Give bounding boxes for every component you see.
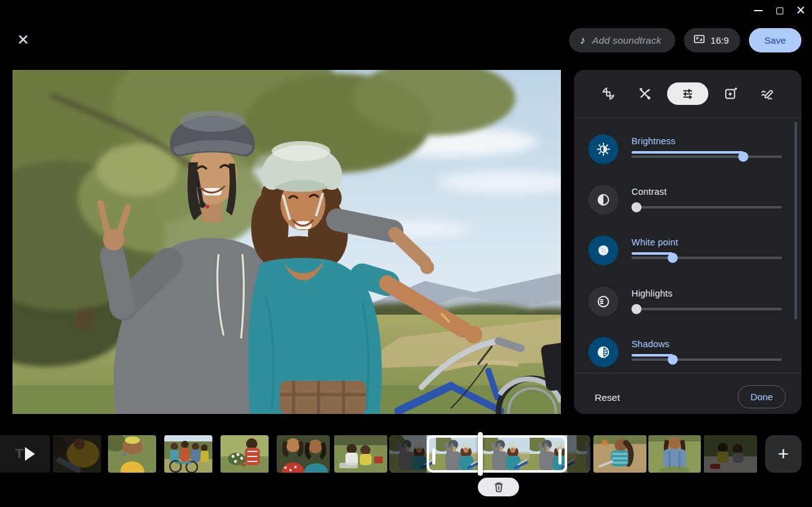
slider-row-white-point: White point xyxy=(574,235,801,280)
slider-thumb[interactable] xyxy=(631,202,641,212)
tab-crop-rotate[interactable] xyxy=(595,82,622,105)
white-point-slider[interactable] xyxy=(631,252,782,263)
trim-dim-right xyxy=(567,435,590,473)
maximize-button[interactable] xyxy=(775,6,785,16)
slider-row-highlights: Highlights xyxy=(574,287,801,332)
footer-divider xyxy=(574,373,801,373)
timeline-clip-1[interactable] xyxy=(53,435,101,473)
slider-thumb[interactable] xyxy=(738,152,748,162)
timeline-clip-10[interactable] xyxy=(704,435,757,473)
play-button[interactable]: T xyxy=(0,435,50,473)
action-bar: ♪ Add soundtrack 16:9 Save xyxy=(569,28,801,52)
panel-scrollbar[interactable] xyxy=(795,122,797,320)
slider-thumb[interactable] xyxy=(668,253,678,263)
markup-pen-icon xyxy=(760,86,775,101)
brightness-icon[interactable] xyxy=(588,134,618,164)
tab-markup[interactable] xyxy=(753,82,781,105)
play-ghost: T xyxy=(15,446,23,462)
slider-label: White point xyxy=(631,237,678,247)
timeline-clip-4[interactable] xyxy=(220,435,269,473)
playhead[interactable] xyxy=(478,432,483,476)
aspect-ratio-label: 16:9 xyxy=(711,35,729,46)
timeline-clip-6[interactable] xyxy=(334,435,387,473)
minimize-button[interactable] xyxy=(753,6,763,16)
music-note-icon: ♪ xyxy=(580,34,586,47)
plus-icon: + xyxy=(778,445,789,463)
reset-button[interactable]: Reset xyxy=(595,386,620,409)
add-clip-button[interactable]: + xyxy=(765,435,801,473)
slider-label: Highlights xyxy=(631,288,673,298)
highlights-icon[interactable] xyxy=(588,287,618,317)
tools-icon xyxy=(637,86,652,101)
tab-frames[interactable] xyxy=(717,82,745,105)
aspect-ratio-button[interactable]: 16:9 xyxy=(684,28,740,52)
slider-fill xyxy=(631,151,743,154)
tab-adjust[interactable] xyxy=(667,82,708,105)
add-soundtrack-button[interactable]: ♪ Add soundtrack xyxy=(569,28,675,52)
slider-track xyxy=(631,206,782,209)
slider-label: Contrast xyxy=(631,187,666,197)
adjust-sliders-icon xyxy=(680,86,695,101)
timeline-clip-selected[interactable] xyxy=(389,435,590,473)
done-button[interactable]: Done xyxy=(738,385,786,408)
tab-tools[interactable] xyxy=(631,82,658,105)
slider-thumb[interactable] xyxy=(668,355,678,365)
timeline-clip-5[interactable] xyxy=(277,435,330,473)
trash-icon xyxy=(493,481,504,493)
video-preview xyxy=(12,70,561,414)
trim-dim-left xyxy=(389,435,427,473)
window-controls: ✕ xyxy=(753,5,806,16)
preview-scene xyxy=(12,70,561,414)
shadows-icon[interactable] xyxy=(588,337,618,367)
delete-clip-button[interactable] xyxy=(478,478,519,496)
tabs-divider xyxy=(574,117,801,118)
slider-track xyxy=(631,257,782,259)
highlights-slider[interactable] xyxy=(631,303,782,315)
slider-fill xyxy=(631,252,673,255)
timeline: T xyxy=(0,435,812,473)
edit-tabs xyxy=(574,70,801,117)
slider-track xyxy=(631,155,782,158)
add-soundtrack-label: Add soundtrack xyxy=(592,35,661,46)
timeline-clip-9[interactable] xyxy=(648,435,701,473)
contrast-icon[interactable] xyxy=(588,185,618,215)
slider-row-brightness: Brightness xyxy=(574,134,801,179)
trim-handle-left[interactable] xyxy=(432,448,435,465)
slider-label: Brightness xyxy=(631,136,676,146)
add-frame-icon xyxy=(723,86,738,101)
timeline-clip-2[interactable] xyxy=(108,435,156,473)
brightness-slider[interactable] xyxy=(631,151,782,162)
edit-panel: Brightness Contrast xyxy=(574,70,801,414)
save-button[interactable]: Save xyxy=(749,28,801,52)
slider-row-shadows: Shadows xyxy=(574,337,801,382)
save-button-label: Save xyxy=(765,35,786,46)
trim-handle-right[interactable] xyxy=(558,448,562,465)
slider-track xyxy=(631,308,782,310)
aspect-ratio-icon xyxy=(693,33,705,47)
close-editor-icon[interactable]: ✕ xyxy=(15,32,31,48)
timeline-clip-8[interactable] xyxy=(593,435,646,473)
slider-row-contrast: Contrast xyxy=(574,185,801,230)
play-icon xyxy=(25,447,35,461)
slider-track xyxy=(631,358,782,361)
timeline-clip-3[interactable] xyxy=(164,435,212,473)
shadows-slider[interactable] xyxy=(631,354,782,365)
close-window-button[interactable]: ✕ xyxy=(796,6,806,16)
contrast-slider[interactable] xyxy=(631,202,782,213)
slider-fill xyxy=(631,354,673,357)
slider-label: Shadows xyxy=(631,339,670,349)
slider-thumb[interactable] xyxy=(631,304,641,314)
crop-rotate-icon xyxy=(601,86,616,101)
white-point-icon[interactable] xyxy=(588,235,618,265)
